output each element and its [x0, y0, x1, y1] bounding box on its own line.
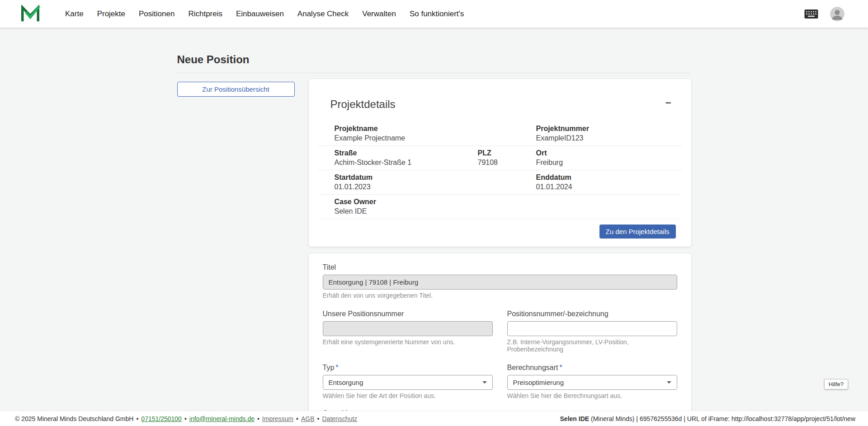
footer-link-email[interactable]: info@mineral-minds.de	[189, 415, 255, 422]
required-asterisk: *	[559, 364, 562, 371]
separator: •	[317, 415, 320, 422]
user-avatar-icon[interactable]	[830, 7, 844, 21]
main-content: Neue Position Zur Positionsübersicht Pro…	[0, 28, 868, 426]
projektname-label: Projektname	[335, 124, 536, 133]
nav-item-positionen[interactable]: Positionen	[139, 9, 175, 19]
table-row: Case Owner Selen IDE	[318, 195, 682, 219]
positionsnummer-bezeichnung-label: Positionsnummer/-bezeichnung	[507, 310, 677, 318]
help-button[interactable]: Hilfe?	[824, 379, 848, 389]
separator: •	[136, 415, 138, 422]
new-position-form-card: Titel Erhält den von uns vorgegebenen Ti…	[309, 253, 691, 426]
titel-input	[323, 275, 677, 290]
unsere-positionsnummer-helper: Erhält eine systemgenerierte Nummer von …	[323, 338, 493, 346]
back-to-positions-button[interactable]: Zur Positionsübersicht	[177, 82, 295, 97]
required-asterisk: *	[335, 364, 338, 371]
startdatum-label: Startdatum	[335, 173, 536, 182]
project-details-card: Projektdetails − Projektname Example Pro…	[309, 79, 691, 247]
ort-value: Freiburg	[536, 158, 682, 167]
positionsnummer-bezeichnung-helper: Z.B. Interne-Vorgangsnummer, LV-Position…	[507, 338, 677, 353]
strasse-value: Achim-Stocker-Straße 1	[335, 158, 478, 167]
footer-link-phone[interactable]: 07151/250100	[141, 415, 182, 422]
unsere-positionsnummer-label: Unsere Positionsnummer	[323, 310, 493, 318]
ort-label: Ort	[536, 148, 682, 158]
plz-label: PLZ	[478, 148, 536, 158]
typ-label: Typ*	[323, 364, 493, 372]
typ-select-value: Entsorgung	[329, 379, 363, 386]
startdatum-value: 01.01.2023	[335, 182, 536, 192]
nav-item-analyse-check[interactable]: Analyse Check	[297, 9, 349, 19]
mineral-minds-logo-icon[interactable]	[20, 5, 40, 23]
nav-item-richtpreis[interactable]: Richtpreis	[188, 9, 222, 19]
separator: •	[296, 415, 298, 422]
projektnummer-value: ExampleID123	[536, 133, 682, 143]
projektname-value: Example Projectname	[335, 133, 536, 143]
left-column: Zur Positionsübersicht	[177, 79, 295, 97]
main-nav: Karte Projekte Positionen Richtpreis Ein…	[65, 9, 464, 19]
separator: •	[257, 415, 259, 422]
project-details-table: Projektname Example Projectname Projektn…	[318, 122, 682, 219]
nav-item-verwalten[interactable]: Verwalten	[362, 9, 396, 19]
berechnungsart-helper: Wählen Sie hier die Berechnungsart aus.	[507, 392, 677, 399]
footer-left: © 2025 Mineral Minds Deutschland GmbH • …	[15, 415, 357, 422]
collapse-icon[interactable]: −	[665, 98, 671, 108]
berechnungsart-label: Berechnungsart*	[507, 364, 677, 372]
berechnungsart-select[interactable]: Preisoptimierung	[507, 375, 677, 390]
positionsnummer-bezeichnung-input[interactable]	[507, 321, 677, 336]
title-divider	[177, 73, 691, 73]
session-details: (Mineral Minds) | 69576255536d | URL of …	[589, 415, 855, 422]
table-row: Straße Achim-Stocker-Straße 1 PLZ 79108 …	[318, 146, 682, 170]
separator: •	[184, 415, 187, 422]
copyright-text: © 2025 Mineral Minds Deutschland GmbH	[15, 415, 133, 422]
nav-item-einbauweisen[interactable]: Einbauweisen	[236, 9, 284, 19]
keyboard-icon[interactable]	[804, 9, 818, 19]
nav-item-karte[interactable]: Karte	[65, 9, 84, 19]
titel-label: Titel	[323, 263, 677, 272]
case-owner-value: Selen IDE	[335, 206, 682, 216]
right-column: Projektdetails − Projektname Example Pro…	[309, 79, 691, 426]
dropdown-arrow-icon	[482, 381, 487, 384]
dropdown-arrow-icon	[667, 381, 671, 384]
unsere-positionsnummer-input	[323, 321, 493, 336]
case-owner-label: Case Owner	[335, 197, 682, 206]
berechnungsart-select-value: Preisoptimierung	[513, 379, 564, 386]
project-card-title: Projektdetails	[330, 98, 396, 111]
plz-value: 79108	[478, 158, 536, 167]
projektnummer-label: Projektnummer	[536, 124, 682, 133]
top-navbar: Karte Projekte Positionen Richtpreis Ein…	[0, 0, 868, 28]
page-title: Neue Position	[177, 53, 691, 66]
navbar-right	[804, 7, 868, 21]
titel-helper: Erhält den von uns vorgegebenen Titel.	[323, 292, 677, 299]
footer-link-datenschutz[interactable]: Datenschutz	[322, 415, 357, 422]
session-info: Selen IDE (Mineral Minds) | 69576255536d…	[560, 415, 855, 422]
session-user: Selen IDE	[560, 415, 590, 422]
nav-item-projekte[interactable]: Projekte	[97, 9, 125, 19]
footer-link-agb[interactable]: AGB	[301, 415, 315, 422]
nav-item-so-funktionierts[interactable]: So funktioniert's	[410, 9, 464, 19]
project-details-button[interactable]: Zu den Projektdetails	[599, 225, 676, 239]
table-row: Startdatum 01.01.2023 Enddatum 01.01.202…	[318, 170, 682, 195]
enddatum-label: Enddatum	[536, 173, 682, 182]
enddatum-value: 01.01.2024	[536, 182, 682, 192]
footer-link-impressum[interactable]: Impressum	[262, 415, 293, 422]
strasse-label: Straße	[335, 148, 478, 158]
table-row: Projektname Example Projectname Projektn…	[318, 122, 682, 146]
footer: © 2025 Mineral Minds Deutschland GmbH • …	[0, 411, 868, 426]
typ-helper: Wählen Sie hier die Art der Position aus…	[323, 392, 493, 399]
typ-select[interactable]: Entsorgung	[323, 375, 493, 390]
